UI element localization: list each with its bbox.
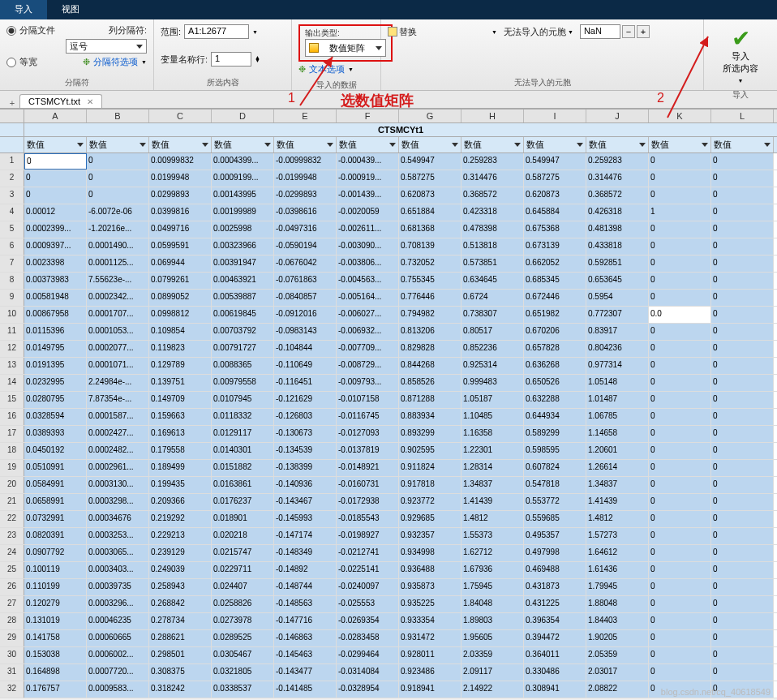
cell[interactable]: -0.146863	[274, 630, 337, 646]
cell[interactable]: -0.143477	[274, 664, 337, 681]
cell[interactable]: 0	[711, 545, 774, 561]
cell[interactable]: 0.120279	[24, 596, 87, 612]
cell[interactable]: 0	[649, 579, 711, 595]
cell[interactable]: 0.298501	[149, 647, 212, 663]
cell[interactable]: -0.130673	[274, 426, 337, 442]
cell[interactable]: 0	[649, 596, 711, 612]
column-header[interactable]: A	[24, 110, 87, 122]
cell[interactable]: 0	[711, 562, 774, 578]
cell[interactable]: 0.00463921	[212, 273, 274, 289]
cell[interactable]: 0.607824	[524, 460, 586, 476]
cell[interactable]: 0.249039	[149, 562, 212, 578]
cell[interactable]: -0.000439...	[337, 153, 399, 170]
cell[interactable]: -0.0116745	[337, 409, 399, 425]
cell[interactable]: 0.00999832	[149, 153, 212, 170]
cell[interactable]: 0.708139	[399, 238, 461, 255]
cell[interactable]: 0.657828	[524, 341, 586, 357]
radio-delimited[interactable]	[6, 26, 16, 36]
cell[interactable]: 0.318242	[149, 681, 212, 698]
type-selector[interactable]: 数值	[461, 137, 524, 152]
cell[interactable]: 1.41439	[461, 494, 524, 510]
type-selector[interactable]: 数值	[586, 137, 649, 152]
cell[interactable]: -0.0328954	[337, 681, 399, 698]
file-tab[interactable]: CTSMCYt.txt ✕	[19, 94, 102, 108]
cell[interactable]: 0.858526	[399, 375, 461, 391]
cell[interactable]: 0.0321805	[212, 664, 274, 681]
cell[interactable]: 0.219292	[149, 511, 212, 527]
cell[interactable]: 0.0003130...	[87, 477, 149, 493]
spinner-icon[interactable]: ▲▼	[255, 56, 260, 62]
chevron-down-icon[interactable]: ▼	[492, 29, 497, 35]
cell[interactable]: -0.0199948	[274, 170, 337, 187]
type-selector[interactable]: 数值	[24, 137, 87, 152]
cell[interactable]: -0.000919...	[337, 170, 399, 187]
cell[interactable]: 1.75945	[461, 579, 524, 595]
cell[interactable]: 2.09117	[461, 664, 524, 681]
cell[interactable]: 1.05148	[586, 375, 649, 391]
cell[interactable]: 0.0280795	[24, 392, 87, 408]
cell[interactable]: -0.145463	[274, 647, 337, 663]
cell[interactable]: 0	[649, 647, 711, 663]
row-number[interactable]: 21	[0, 494, 24, 510]
cell[interactable]: 0.883934	[399, 409, 461, 425]
type-selector[interactable]: 数值	[87, 137, 149, 152]
cell[interactable]: 0.258943	[149, 579, 212, 595]
row-number[interactable]: 16	[0, 409, 24, 425]
cell[interactable]: 0.0088365	[212, 358, 274, 374]
cell[interactable]: 0	[711, 375, 774, 391]
cell[interactable]: 0	[87, 187, 149, 204]
cell[interactable]: 0.871288	[399, 392, 461, 408]
cell[interactable]: 0.0009397...	[24, 238, 87, 255]
cell[interactable]: 0	[24, 170, 87, 187]
cell[interactable]: -0.008729...	[337, 358, 399, 374]
cell[interactable]: 1.14658	[586, 426, 649, 442]
cell[interactable]: 0.804236	[586, 341, 649, 357]
column-header[interactable]: F	[337, 110, 399, 122]
cell[interactable]: 0.917818	[399, 477, 461, 493]
cell[interactable]: 0.681368	[399, 221, 461, 238]
cell[interactable]: 0.176757	[24, 681, 87, 698]
cell[interactable]: 1.26614	[586, 460, 649, 476]
cell[interactable]: 0.636268	[524, 358, 586, 374]
cell[interactable]: 0.239129	[149, 545, 212, 561]
cell[interactable]: 0.179558	[149, 443, 212, 459]
cell[interactable]: 0	[649, 187, 711, 204]
cell[interactable]: 0.100119	[24, 562, 87, 578]
row-number[interactable]: 17	[0, 426, 24, 442]
cell[interactable]: 0.368572	[586, 187, 649, 204]
cell[interactable]: 0.932357	[399, 528, 461, 544]
cell[interactable]: -0.006027...	[337, 307, 399, 323]
row-number[interactable]: 5	[0, 221, 24, 238]
cell[interactable]: 0.929685	[399, 511, 461, 527]
cell[interactable]: 0	[649, 290, 711, 306]
cell[interactable]: 0.685345	[524, 273, 586, 289]
cell[interactable]: 0.314476	[586, 170, 649, 187]
cell[interactable]: 2.03359	[461, 647, 524, 663]
cell[interactable]: 0.0118332	[212, 409, 274, 425]
cell[interactable]: 0	[649, 664, 711, 681]
cell[interactable]: 0.547818	[524, 477, 586, 493]
cell[interactable]: 0.278734	[149, 613, 212, 629]
cell[interactable]: -6.0072e-06	[87, 204, 149, 221]
type-selector[interactable]: 数值	[274, 137, 337, 152]
cell[interactable]: 0.573851	[461, 256, 524, 272]
row-number[interactable]: 4	[0, 204, 24, 221]
cell[interactable]: -0.143467	[274, 494, 337, 510]
cell[interactable]: 0.598595	[524, 443, 586, 459]
row-number[interactable]: 2	[0, 170, 24, 187]
cell[interactable]: 1.62712	[461, 545, 524, 561]
cell[interactable]: 1.4812	[586, 511, 649, 527]
cell[interactable]: 0.933354	[399, 613, 461, 629]
cell[interactable]: 0.651884	[399, 204, 461, 221]
cell[interactable]: 0.0001053...	[87, 324, 149, 340]
cell[interactable]: 7.87354e-...	[87, 392, 149, 408]
cell[interactable]: 0.559685	[524, 511, 586, 527]
cell[interactable]: 0	[649, 341, 711, 357]
cell[interactable]: 0.645884	[524, 204, 586, 221]
varrow-input[interactable]: 1	[211, 52, 251, 67]
cell[interactable]: -0.141485	[274, 681, 337, 698]
cell[interactable]: 0	[711, 630, 774, 646]
row-number[interactable]: 12	[0, 341, 24, 357]
cell[interactable]: 0.813206	[399, 324, 461, 340]
row-number[interactable]: 3	[0, 187, 24, 204]
